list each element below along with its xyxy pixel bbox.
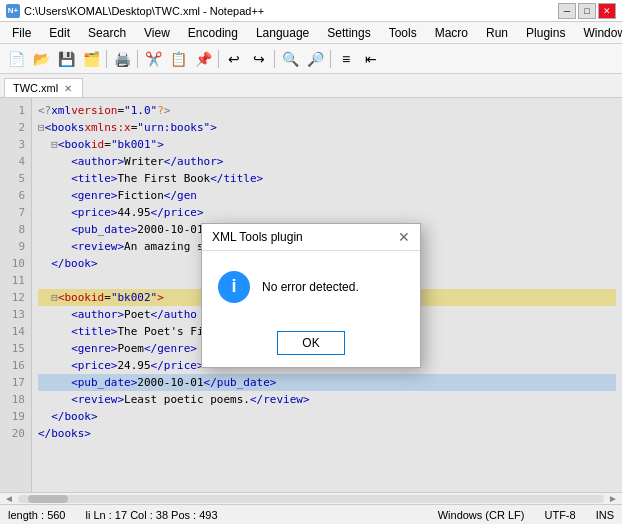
cut-button[interactable]: ✂️ — [141, 47, 165, 71]
dialog-title-text: XML Tools plugin — [212, 230, 303, 244]
menu-encoding[interactable]: Encoding — [180, 24, 246, 42]
app-window: N+ C:\Users\KOMAL\Desktop\TWC.xml - Note… — [0, 0, 622, 524]
menu-view[interactable]: View — [136, 24, 178, 42]
toolbar-sep-5 — [330, 50, 331, 68]
menu-file[interactable]: File — [4, 24, 39, 42]
save-button[interactable]: 💾 — [54, 47, 78, 71]
menu-run[interactable]: Run — [478, 24, 516, 42]
tab-twc-xml[interactable]: TWC.xml ✕ — [4, 78, 83, 97]
close-button[interactable]: ✕ — [598, 3, 616, 19]
tab-close-button[interactable]: ✕ — [64, 83, 72, 94]
menu-macro[interactable]: Macro — [427, 24, 476, 42]
dialog-footer: OK — [202, 323, 420, 367]
tab-bar: TWC.xml ✕ — [0, 74, 622, 98]
redo-button[interactable]: ↪ — [247, 47, 271, 71]
menu-search[interactable]: Search — [80, 24, 134, 42]
zoom-in-button[interactable]: 🔎 — [303, 47, 327, 71]
undo-button[interactable]: ↩ — [222, 47, 246, 71]
new-button[interactable]: 📄 — [4, 47, 28, 71]
paste-button[interactable]: 📌 — [191, 47, 215, 71]
toolbar-sep-2 — [137, 50, 138, 68]
window-controls: ─ □ ✕ — [558, 3, 616, 19]
toolbar-sep-3 — [218, 50, 219, 68]
status-ins: INS — [596, 509, 614, 521]
indent-button[interactable]: ≡ — [334, 47, 358, 71]
print-button[interactable]: 🖨️ — [110, 47, 134, 71]
status-line-ending: Windows (CR LF) — [438, 509, 525, 521]
dialog-title-bar: XML Tools plugin ✕ — [202, 224, 420, 251]
menu-window[interactable]: Window — [575, 24, 622, 42]
menu-edit[interactable]: Edit — [41, 24, 78, 42]
toolbar-sep-1 — [106, 50, 107, 68]
title-bar: N+ C:\Users\KOMAL\Desktop\TWC.xml - Note… — [0, 0, 622, 22]
status-encoding: UTF-8 — [544, 509, 575, 521]
code-editor[interactable]: 1 2 3 4 5 6 7 8 9 10 11 12 13 14 15 16 1… — [0, 98, 622, 492]
modal-overlay: XML Tools plugin ✕ i No error detected. … — [0, 98, 622, 492]
menu-tools[interactable]: Tools — [381, 24, 425, 42]
open-button[interactable]: 📂 — [29, 47, 53, 71]
toolbar-sep-4 — [274, 50, 275, 68]
dialog-message: No error detected. — [262, 280, 359, 294]
horizontal-scrollbar[interactable]: ◄ ► — [0, 492, 622, 504]
xml-tools-dialog: XML Tools plugin ✕ i No error detected. … — [201, 223, 421, 368]
minimize-button[interactable]: ─ — [558, 3, 576, 19]
menu-bar: File Edit Search View Encoding Language … — [0, 22, 622, 44]
dialog-body: i No error detected. — [202, 251, 420, 323]
dialog-close-button[interactable]: ✕ — [398, 230, 410, 244]
menu-plugins[interactable]: Plugins — [518, 24, 573, 42]
info-icon: i — [218, 271, 250, 303]
outdent-button[interactable]: ⇤ — [359, 47, 383, 71]
menu-settings[interactable]: Settings — [319, 24, 378, 42]
app-icon: N+ — [6, 4, 20, 18]
copy-button[interactable]: 📋 — [166, 47, 190, 71]
toolbar: 📄 📂 💾 🗂️ 🖨️ ✂️ 📋 📌 ↩ ↪ 🔍 🔎 ≡ ⇤ — [0, 44, 622, 74]
status-bar: length : 560 li Ln : 17 Col : 38 Pos : 4… — [0, 504, 622, 524]
find-button[interactable]: 🔍 — [278, 47, 302, 71]
menu-language[interactable]: Language — [248, 24, 317, 42]
maximize-button[interactable]: □ — [578, 3, 596, 19]
status-position: li Ln : 17 Col : 38 Pos : 493 — [86, 509, 218, 521]
status-length: length : 560 — [8, 509, 66, 521]
window-title: C:\Users\KOMAL\Desktop\TWC.xml - Notepad… — [24, 5, 558, 17]
save-all-button[interactable]: 🗂️ — [79, 47, 103, 71]
tab-label: TWC.xml — [13, 82, 58, 94]
ok-button[interactable]: OK — [277, 331, 344, 355]
